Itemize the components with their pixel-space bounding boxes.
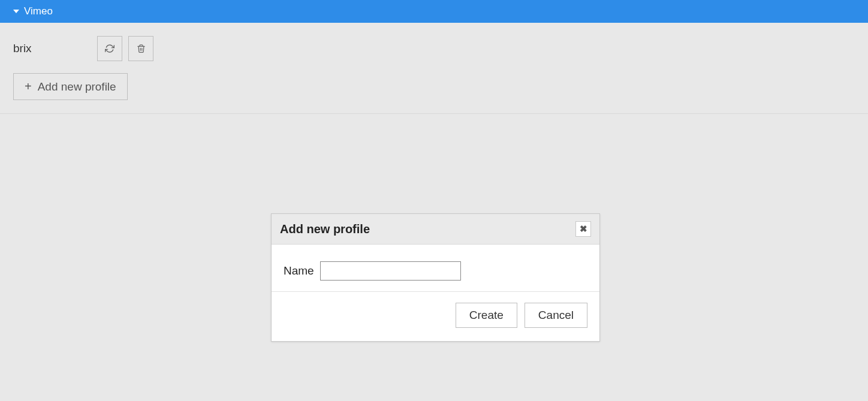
add-profile-label: Add new profile xyxy=(38,80,116,94)
trash-icon xyxy=(137,44,146,53)
add-profile-dialog: Add new profile ✖ Name Create Cancel xyxy=(271,213,600,342)
dialog-footer: Create Cancel xyxy=(272,292,599,341)
dialog-title: Add new profile xyxy=(280,222,370,236)
plus-icon: + xyxy=(25,80,32,94)
section-divider xyxy=(0,113,868,114)
delete-button[interactable] xyxy=(128,36,153,61)
add-profile-button[interactable]: + Add new profile xyxy=(13,73,128,100)
name-input[interactable] xyxy=(320,261,461,281)
name-field-label: Name xyxy=(284,264,314,278)
profile-name: brix xyxy=(13,42,97,55)
dialog-body: Name xyxy=(272,245,599,292)
close-icon: ✖ xyxy=(580,224,587,234)
caret-down-icon xyxy=(13,10,19,13)
refresh-button[interactable] xyxy=(97,36,122,61)
dialog-header: Add new profile ✖ xyxy=(272,214,599,245)
dialog-close-button[interactable]: ✖ xyxy=(575,221,591,237)
refresh-icon xyxy=(105,44,114,53)
section-header[interactable]: Vimeo xyxy=(0,0,868,23)
section-title: Vimeo xyxy=(24,5,53,17)
create-button[interactable]: Create xyxy=(456,303,517,328)
cancel-button[interactable]: Cancel xyxy=(525,303,587,328)
profile-row: brix xyxy=(0,23,868,61)
